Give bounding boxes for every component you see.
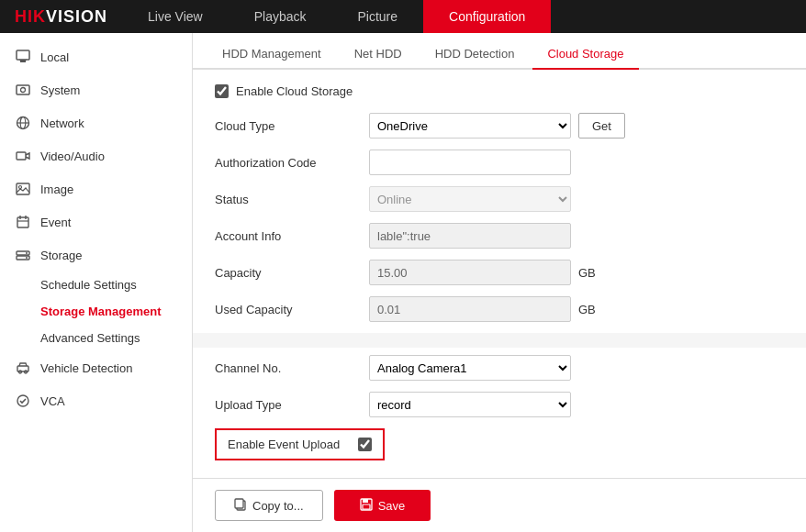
enable-event-upload-row: Enable Event Upload (215, 428, 784, 475)
svg-rect-24 (235, 499, 243, 508)
copy-icon (234, 498, 247, 514)
nav-picture[interactable]: Picture (332, 0, 424, 33)
save-button[interactable]: Save (334, 490, 431, 521)
sidebar-item-vehicle-detection[interactable]: Vehicle Detection (0, 351, 192, 384)
used-capacity-label: Used Capacity (215, 303, 362, 316)
svg-rect-1 (20, 61, 26, 62)
auth-code-row: Authorization Code (215, 150, 784, 175)
sidebar: Local System Network Video/Audio Image (0, 33, 193, 532)
vehicle-icon (15, 360, 31, 376)
tab-hdd-management[interactable]: HDD Management (207, 39, 336, 70)
vca-icon (15, 393, 31, 409)
save-icon (360, 498, 373, 514)
status-label: Status (215, 193, 362, 206)
enable-cloud-storage-checkbox[interactable] (215, 84, 229, 98)
monitor-icon (15, 49, 31, 65)
sidebar-item-vca[interactable]: VCA (0, 384, 192, 417)
enable-event-upload-highlight: Enable Event Upload (215, 428, 385, 460)
sidebar-label-network: Network (40, 116, 84, 130)
status-select: Online (369, 186, 571, 212)
sidebar-label-vehicle-detection: Vehicle Detection (40, 361, 132, 375)
enable-cloud-storage-label[interactable]: Enable Cloud Storage (236, 84, 353, 98)
svg-rect-0 (17, 50, 29, 60)
channel-no-label: Channel No. (215, 361, 362, 375)
account-info-label: Account Info (215, 229, 362, 243)
status-row: Status Online (215, 186, 784, 212)
image-icon (15, 181, 31, 197)
form-area: Enable Cloud Storage Cloud Type OneDrive… (193, 70, 806, 478)
sidebar-item-system[interactable]: System (0, 73, 192, 106)
tab-net-hdd[interactable]: Net HDD (340, 39, 417, 70)
used-capacity-row: Used Capacity GB (215, 296, 784, 322)
nav-configuration[interactable]: Configuration (423, 0, 551, 33)
auth-code-input[interactable] (369, 150, 571, 175)
bottom-bar: Copy to... Save (193, 478, 806, 532)
enable-event-upload-label: Enable Event Upload (228, 438, 340, 451)
nav-live-view[interactable]: Live View (122, 0, 229, 33)
logo-hik: HIK (15, 7, 46, 26)
logo: HIKVISION (0, 0, 122, 33)
nav-items: Live View Playback Picture Configuration (122, 0, 806, 33)
globe-icon (15, 115, 31, 131)
sidebar-item-video-audio[interactable]: Video/Audio (0, 139, 192, 172)
sidebar-label-image: Image (40, 183, 73, 196)
svg-rect-3 (17, 85, 29, 94)
used-capacity-unit: GB (578, 303, 596, 316)
enable-event-upload-checkbox[interactable] (358, 438, 372, 451)
auth-code-label: Authorization Code (215, 156, 362, 170)
top-nav: HIKVISION Live View Playback Picture Con… (0, 0, 806, 33)
nav-playback[interactable]: Playback (229, 0, 332, 33)
svg-rect-2 (19, 60, 27, 61)
svg-rect-11 (17, 217, 28, 227)
copy-to-label: Copy to... (252, 499, 304, 513)
save-label: Save (378, 499, 406, 513)
svg-point-4 (21, 88, 26, 93)
sidebar-item-schedule-settings[interactable]: Schedule Settings (0, 272, 192, 298)
system-icon (15, 82, 31, 98)
channel-no-row: Channel No. Analog Camera1 Analog Camera… (215, 355, 784, 381)
get-button[interactable]: Get (578, 113, 625, 139)
svg-rect-26 (363, 499, 368, 503)
copy-to-button[interactable]: Copy to... (215, 490, 323, 521)
sidebar-item-network[interactable]: Network (0, 106, 192, 139)
account-info-input (369, 223, 571, 249)
svg-point-17 (26, 252, 28, 254)
cloud-type-label: Cloud Type (215, 119, 362, 133)
sidebar-item-storage-management[interactable]: Storage Management (0, 298, 192, 325)
svg-rect-27 (363, 504, 370, 509)
upload-type-select[interactable]: record capture (369, 392, 571, 417)
tab-bar: HDD Management Net HDD HDD Detection Clo… (193, 33, 806, 70)
sidebar-label-local: Local (40, 50, 69, 64)
channel-no-select[interactable]: Analog Camera1 Analog Camera2 (369, 355, 571, 381)
sidebar-item-event[interactable]: Event (0, 205, 192, 238)
main-layout: Local System Network Video/Audio Image (0, 33, 806, 532)
content-area: HDD Management Net HDD HDD Detection Clo… (193, 33, 806, 532)
capacity-input (369, 260, 571, 285)
video-icon (15, 148, 31, 164)
upload-type-row: Upload Type record capture (215, 392, 784, 417)
capacity-row: Capacity GB (215, 260, 784, 285)
sidebar-item-storage[interactable]: Storage (0, 238, 192, 272)
logo-vision: VISION (46, 7, 107, 26)
sidebar-item-image[interactable]: Image (0, 172, 192, 205)
account-info-row: Account Info (215, 223, 784, 249)
sidebar-label-event: Event (40, 216, 71, 229)
storage-icon (15, 247, 31, 263)
sidebar-item-local[interactable]: Local (0, 40, 192, 73)
tab-cloud-storage[interactable]: Cloud Storage (532, 39, 638, 70)
cloud-type-row: Cloud Type OneDrive Dropbox Google Drive… (215, 113, 784, 139)
sidebar-label-video-audio: Video/Audio (40, 150, 105, 163)
svg-rect-8 (17, 152, 26, 160)
tab-hdd-detection[interactable]: HDD Detection (420, 39, 530, 70)
cloud-type-select[interactable]: OneDrive Dropbox Google Drive (369, 113, 571, 139)
sidebar-label-vca: VCA (40, 394, 65, 408)
event-icon (15, 214, 31, 230)
sidebar-label-storage: Storage (40, 249, 83, 262)
used-capacity-input (369, 296, 571, 322)
capacity-unit: GB (578, 266, 596, 280)
sidebar-label-system: System (40, 83, 80, 97)
section-divider (193, 333, 806, 348)
upload-type-label: Upload Type (215, 398, 362, 412)
sidebar-item-advanced-settings[interactable]: Advanced Settings (0, 325, 192, 351)
svg-rect-9 (17, 183, 29, 194)
